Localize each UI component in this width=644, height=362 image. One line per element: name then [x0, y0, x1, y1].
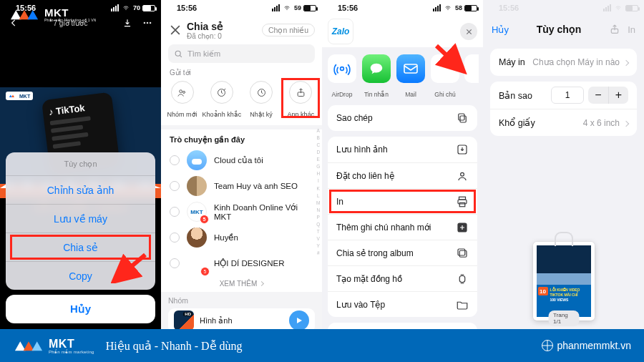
brand-footer: MKTPhần mềm marketing Hiệu quả - Nhanh -…	[0, 329, 644, 362]
svg-rect-16	[459, 114, 464, 120]
send-button[interactable]	[289, 310, 309, 331]
svg-point-1	[147, 22, 148, 24]
signal-icon	[433, 4, 441, 11]
app-more[interactable]	[464, 54, 479, 99]
source-app-icon: Zalo	[328, 19, 353, 44]
close-button[interactable]	[460, 23, 477, 40]
screenshot-step-3: 15:56 58 Zalo AirDrop Tin nhắn Mail Ghi …	[322, 0, 483, 329]
option-edit[interactable]: Chỉnh sửa ảnh	[6, 175, 155, 204]
more-icon[interactable]	[142, 18, 152, 28]
avatar-icon: MKT	[187, 202, 207, 222]
screenshot-step-1: 15:56 70 7 giờ trước MKT ♪ TikTok LỖI KH…	[0, 0, 161, 329]
option-copy[interactable]: Copy	[6, 261, 155, 290]
status-time: 15:56	[499, 4, 519, 12]
search-icon	[174, 49, 183, 59]
wifi-icon	[283, 5, 291, 11]
page-title: Tùy chọn	[537, 24, 582, 35]
multi-select-button[interactable]: Chọn nhiều	[262, 24, 315, 36]
action-quick-note[interactable]: Thêm ghi chú nhanh mới	[328, 214, 477, 240]
svg-point-5	[175, 51, 180, 56]
chat-item[interactable]: Team Huy và anh SEO	[161, 173, 322, 199]
paper-value: 4 x 6 inch	[583, 118, 620, 128]
action-print[interactable]: In	[328, 188, 477, 214]
download-icon	[456, 143, 469, 156]
target-diary[interactable]: Nhật ký	[242, 81, 281, 119]
chevron-right-icon	[623, 60, 629, 66]
share-icon[interactable]	[609, 24, 620, 35]
back-icon[interactable]	[9, 18, 19, 28]
svg-rect-23	[459, 250, 467, 257]
paper-row[interactable]: Khổ giấy 4 x 6 inch	[490, 109, 637, 136]
cancel-button[interactable]: Hủy	[6, 295, 155, 323]
copies-value[interactable]: 1	[551, 87, 584, 104]
svg-rect-25	[459, 275, 465, 282]
target-moment[interactable]: Khoảnh khắc	[202, 81, 241, 119]
avatar-icon	[187, 253, 207, 273]
mkt-badge: MKT	[6, 92, 33, 100]
thumb-number: 10	[538, 287, 548, 295]
print-preview: 10 LỖI KHIẾN VIDEO TIKTOK MÃI CHỈ 100 VI…	[483, 242, 644, 321]
status-time: 15:56	[338, 4, 358, 12]
action-share-album[interactable]: Chia sẻ trong album	[328, 240, 477, 265]
stepper-plus[interactable]: +	[608, 87, 628, 104]
chat-item[interactable]: Huyền	[161, 225, 322, 250]
share-targets-row: Nhóm mới Khoảnh khắc Nhật ký App khác	[161, 81, 322, 121]
svg-rect-14	[404, 64, 417, 73]
printer-icon	[456, 195, 469, 208]
option-save[interactable]: Lưu về máy	[6, 204, 155, 233]
alpha-index[interactable]: A B C D E G H I K L M N P Q T V Y #	[316, 127, 321, 257]
app-mail[interactable]: Mail	[395, 54, 426, 99]
paper-label: Khổ giấy	[499, 117, 535, 128]
search-input[interactable]: Tìm kiếm	[168, 44, 315, 63]
app-notes[interactable]: Ghi chú	[429, 54, 461, 99]
recent-chats-list: Cloud của tôi Team Huy và anh SEO MKTKin…	[161, 147, 322, 276]
app-messages[interactable]: Tin nhắn	[361, 54, 392, 99]
copies-stepper: 1 −+	[551, 87, 628, 104]
screenshot-step-4: 15:56 Hủy Tùy chọn In Máy in Chưa chọn M…	[483, 0, 644, 329]
status-bar: 15:56	[483, 0, 644, 16]
stepper-minus[interactable]: −	[588, 87, 608, 104]
wifi-icon	[122, 5, 130, 11]
print-options-header: Hủy Tùy chọn In	[483, 16, 644, 43]
target-new-group[interactable]: Nhóm mới	[162, 81, 202, 119]
print-button[interactable]: In	[628, 24, 635, 35]
battery-icon	[303, 5, 316, 11]
preview-thumbnail[interactable]: 10 LỖI KHIẾN VIDEO TIKTOK MÃI CHỈ 100 VI…	[533, 242, 595, 321]
see-more-button[interactable]: XEM THÊM	[161, 276, 322, 292]
sheet-title: Tùy chọn	[6, 152, 155, 175]
download-icon[interactable]	[122, 18, 132, 28]
sheet-title: Chia sẻ	[187, 21, 258, 32]
battery-icon	[142, 5, 155, 11]
chat-item[interactable]: MKTKinh Doanh Online Với MKT	[161, 199, 322, 225]
recent-chats-title: Trò chuyện gần đây	[161, 129, 322, 147]
signal-icon	[603, 4, 611, 11]
status-time: 15:56	[16, 4, 36, 12]
action-sheet: Tùy chọn Chỉnh sửa ảnh Lưu về máy Chia s…	[6, 152, 155, 323]
chat-item[interactable]: HỘI DÍ DESIGNER	[161, 250, 322, 276]
action-watchface[interactable]: Tạo mặt đồng hồ	[328, 265, 477, 291]
svg-rect-24	[458, 249, 465, 255]
avatar-icon	[187, 150, 207, 170]
app-airdrop[interactable]: AirDrop	[326, 54, 358, 99]
action-save-files[interactable]: Lưu vào Tệp	[328, 291, 477, 317]
svg-point-18	[461, 172, 464, 176]
chat-item[interactable]: Cloud của tôi	[161, 147, 322, 173]
share-apps-row: AirDrop Tin nhắn Mail Ghi chú	[322, 47, 483, 105]
viewer-toolbar: 7 giờ trước	[0, 16, 161, 30]
cancel-button[interactable]: Hủy	[492, 24, 509, 35]
svg-point-6	[180, 89, 182, 92]
svg-point-2	[150, 22, 151, 24]
close-icon[interactable]	[168, 23, 182, 37]
action-assign-contact[interactable]: Đặt cho liên hệ	[328, 162, 477, 188]
svg-rect-21	[459, 202, 465, 206]
printer-row[interactable]: Máy in Chưa chọn Máy in nào	[490, 49, 637, 76]
attachment-name: Hình ảnh	[200, 316, 283, 326]
status-bar: 15:56 59	[161, 0, 322, 16]
option-share[interactable]: Chia sẻ	[6, 233, 155, 261]
action-save-image[interactable]: Lưu hình ảnh	[328, 137, 477, 162]
group-section-label: Nhóm	[168, 296, 315, 305]
watch-icon	[456, 273, 469, 285]
sheet-subtitle: Đã chọn: 0	[187, 32, 258, 40]
action-copy[interactable]: Sao chép	[328, 105, 477, 131]
page-indicator: Trang 1/1	[548, 310, 579, 326]
